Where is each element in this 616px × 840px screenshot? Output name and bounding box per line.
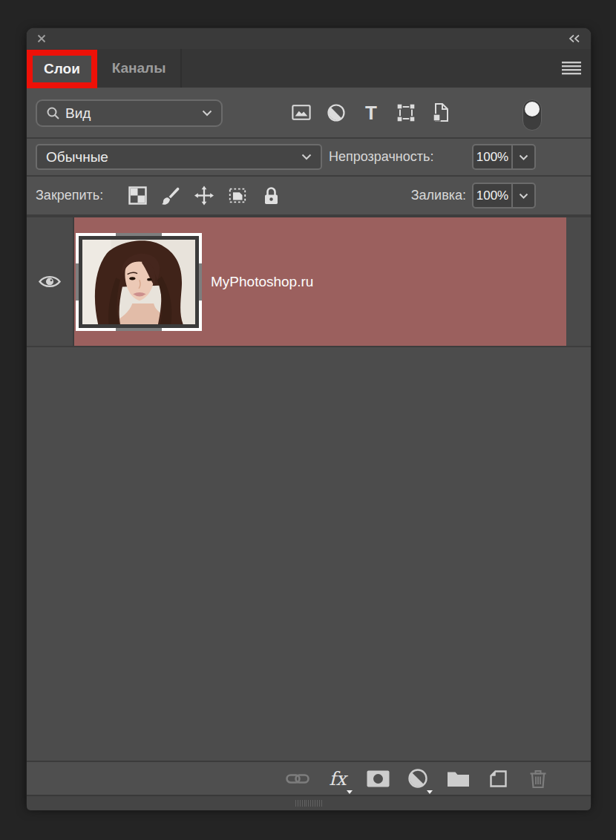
bottom-toolbar: fx <box>27 761 591 795</box>
tab-channels[interactable]: Каналы <box>97 49 180 88</box>
layer-thumbnail[interactable] <box>76 233 202 331</box>
tab-channels-label: Каналы <box>112 60 166 76</box>
tab-layers[interactable]: Слои <box>33 56 91 82</box>
thumbnail-handle-left <box>76 263 79 301</box>
search-icon <box>46 106 60 120</box>
blend-mode-select[interactable]: Обычные <box>36 144 322 170</box>
adjustment-filter-icon[interactable] <box>327 102 346 124</box>
thumbnail-handle-bottom <box>116 328 162 331</box>
toolbar-icons: fx <box>286 762 550 795</box>
layer-visibility-cell[interactable] <box>27 217 74 346</box>
new-group-icon[interactable] <box>446 766 470 791</box>
layer-row-selected[interactable]: MyPhotoshop.ru <box>27 216 591 347</box>
adjustment-caret-icon <box>427 790 433 794</box>
layer-thumbnail-photo <box>82 240 195 324</box>
lock-position-icon[interactable] <box>194 186 214 206</box>
blend-mode-value: Обычные <box>46 149 108 165</box>
opacity-dropdown-chevron-icon[interactable] <box>513 145 534 168</box>
thumbnail-handle-top <box>116 233 162 236</box>
fx-caret-icon <box>347 790 353 794</box>
panel-menu-icon[interactable] <box>562 62 581 75</box>
chevron-down-icon <box>301 154 312 160</box>
lock-pixels-brush-icon[interactable] <box>161 186 180 206</box>
opacity-field: 100% <box>472 144 536 170</box>
lock-row: Закрепить: Заливка: 100% <box>27 177 591 214</box>
layer-name[interactable]: MyPhotoshop.ru <box>211 274 313 290</box>
filter-toggle-knob <box>525 102 540 117</box>
filter-kind-value: Вид <box>65 105 91 122</box>
fill-label: Заливка: <box>411 177 466 214</box>
fx-layer-style-icon[interactable]: fx <box>326 766 350 791</box>
eye-icon <box>38 274 62 289</box>
smart-object-filter-icon[interactable] <box>431 102 450 124</box>
lock-icons <box>128 177 281 214</box>
fill-dropdown-chevron-icon[interactable] <box>513 184 534 207</box>
resize-grip[interactable] <box>295 800 323 807</box>
new-layer-icon[interactable] <box>486 766 510 791</box>
layers-panel: Слои Каналы Вид T <box>27 28 591 807</box>
lock-artboard-icon[interactable] <box>228 186 247 206</box>
adjustment-layer-icon[interactable] <box>406 766 430 791</box>
opacity-label: Непрозрачность: <box>329 139 433 175</box>
filter-toggle[interactable] <box>522 99 542 131</box>
filter-row: Вид T <box>27 88 591 137</box>
link-layers-icon[interactable] <box>286 766 309 791</box>
lock-label: Закрепить: <box>36 177 103 214</box>
collapse-panel-icon[interactable] <box>568 34 580 43</box>
type-filter-icon[interactable]: T <box>361 102 381 124</box>
close-icon[interactable] <box>37 34 46 43</box>
tab-separator <box>180 49 182 88</box>
filter-kind-select[interactable]: Вид <box>36 99 223 127</box>
filter-type-icons: T <box>292 88 450 137</box>
image-filter-icon[interactable] <box>292 102 311 124</box>
layer-list: MyPhotoshop.ru <box>27 216 591 761</box>
tab-bar: Слои Каналы <box>27 49 591 88</box>
lock-all-icon[interactable] <box>261 186 281 206</box>
delete-layer-icon[interactable] <box>526 766 550 791</box>
shape-filter-icon[interactable] <box>396 102 416 124</box>
thumbnail-handle-right <box>199 263 202 301</box>
panel-titlebar <box>27 28 591 49</box>
fill-field: 100% <box>472 183 536 209</box>
chevron-down-icon <box>202 110 212 117</box>
layer-row-content[interactable]: MyPhotoshop.ru <box>74 217 566 346</box>
blend-row: Обычные Непрозрачность: 100% <box>27 139 591 175</box>
fill-value[interactable]: 100% <box>474 184 511 207</box>
panel-resize-strip <box>27 795 591 810</box>
opacity-value[interactable]: 100% <box>474 145 511 168</box>
tab-layers-label: Слои <box>44 61 80 77</box>
lock-transparency-icon[interactable] <box>128 186 147 206</box>
add-mask-icon[interactable] <box>366 766 390 791</box>
